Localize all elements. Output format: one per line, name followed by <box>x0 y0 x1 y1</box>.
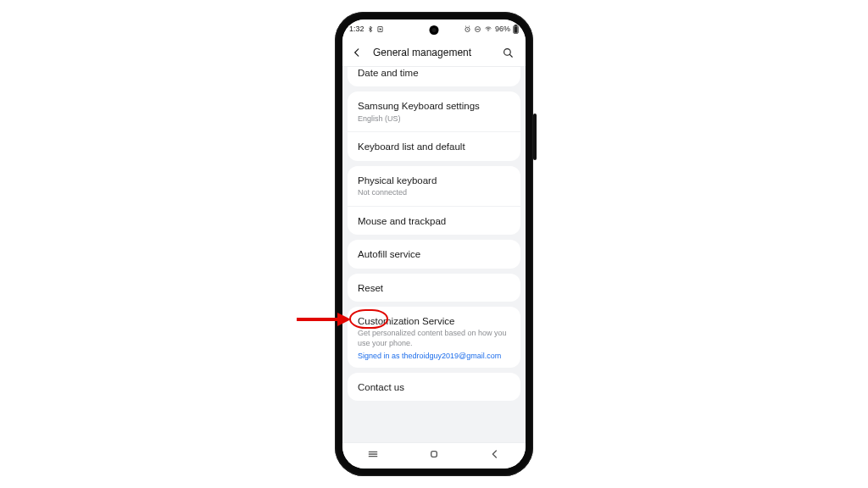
back-button[interactable] <box>348 43 366 62</box>
svg-line-9 <box>509 54 512 57</box>
item-label: Contact us <box>358 381 510 393</box>
svg-rect-13 <box>431 452 437 458</box>
item-date-time[interactable]: Date and time <box>348 67 520 86</box>
item-subtext: English (US) <box>358 114 510 125</box>
search-button[interactable] <box>498 43 517 62</box>
item-customization[interactable]: Customization Service Get personalized c… <box>348 307 520 368</box>
item-autofill[interactable]: Autofill service <box>348 240 520 268</box>
battery-icon <box>513 25 519 34</box>
alarm-icon <box>464 25 471 33</box>
page-title: General management <box>373 47 492 58</box>
group-autofill: Autofill service <box>348 240 520 268</box>
item-subtext: Not connected <box>358 188 510 198</box>
phone-camera <box>430 25 439 35</box>
item-label: Autofill service <box>358 248 510 260</box>
group-customization: Customization Service Get personalized c… <box>348 307 520 368</box>
group-date-time: Date and time <box>348 67 520 86</box>
item-reset[interactable]: Reset <box>348 274 520 302</box>
item-samsung-keyboard[interactable]: Samsung Keyboard settings English (US) <box>348 92 520 131</box>
svg-marker-1 <box>379 28 381 30</box>
item-signin-link[interactable]: Signed in as thedroidguy2019@gmail.com <box>358 352 510 360</box>
group-keyboard: Samsung Keyboard settings English (US) K… <box>348 92 520 160</box>
bluetooth-icon <box>367 25 374 33</box>
item-label: Physical keyboard <box>358 175 510 186</box>
item-subtext: Get personalized content based on how yo… <box>358 329 510 348</box>
battery-percent: 96% <box>495 25 510 33</box>
nav-recents[interactable] <box>366 447 380 464</box>
group-contact: Contact us <box>348 373 520 401</box>
item-label: Date and time <box>358 67 510 79</box>
dnd-icon <box>474 25 481 33</box>
item-mouse-trackpad[interactable]: Mouse and trackpad <box>348 206 520 235</box>
phone-screen: 1:32 96% <box>342 19 526 469</box>
item-label: Customization Service <box>358 315 510 327</box>
item-contact-us[interactable]: Contact us <box>348 373 520 401</box>
item-physical-keyboard[interactable]: Physical keyboard Not connected <box>348 166 520 206</box>
svg-point-4 <box>487 30 488 31</box>
app-bar: General management <box>342 38 526 67</box>
nav-back[interactable] <box>488 447 502 464</box>
settings-list[interactable]: Date and time Samsung Keyboard settings … <box>342 67 526 443</box>
item-label: Mouse and trackpad <box>358 215 510 227</box>
wifi-icon <box>484 25 492 33</box>
group-reset: Reset <box>348 274 520 302</box>
status-time: 1:32 <box>349 25 364 33</box>
item-label: Keyboard list and default <box>358 141 510 152</box>
phone-side-button <box>533 114 537 160</box>
item-label: Reset <box>358 282 510 294</box>
nav-home[interactable] <box>427 447 441 464</box>
media-icon <box>376 25 384 33</box>
phone-frame: 1:32 96% <box>335 12 533 476</box>
item-keyboard-list[interactable]: Keyboard list and default <box>348 131 520 160</box>
android-nav-bar <box>342 442 526 469</box>
svg-rect-7 <box>514 26 517 33</box>
item-label: Samsung Keyboard settings <box>358 100 510 112</box>
group-input: Physical keyboard Not connected Mouse an… <box>348 166 520 235</box>
